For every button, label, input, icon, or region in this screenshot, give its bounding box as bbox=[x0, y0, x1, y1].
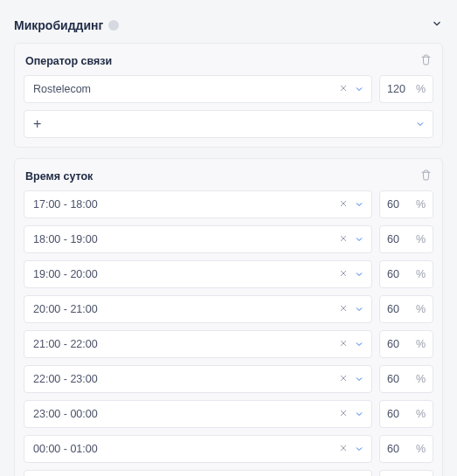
select-value: 20:00 - 21:00 bbox=[33, 303, 98, 315]
group-row: 17:00 - 18:00 60% bbox=[24, 190, 433, 218]
group-row: 18:00 - 19:00 60% bbox=[24, 225, 433, 253]
group-time: Время суток 17:00 - 18:00 60% 18:00 - 19… bbox=[14, 158, 443, 476]
plus-icon: + bbox=[33, 117, 41, 131]
group-title: Оператор связи bbox=[25, 55, 112, 67]
value-input[interactable]: 60% bbox=[379, 400, 433, 428]
add-row: + bbox=[24, 110, 433, 138]
chevron-down-icon bbox=[354, 444, 364, 454]
value-unit: % bbox=[416, 198, 426, 210]
select-dropdown[interactable]: 20:00 - 21:00 bbox=[24, 295, 372, 323]
chevron-down-icon bbox=[354, 374, 364, 384]
value-number: 60 bbox=[387, 303, 399, 315]
value-input[interactable]: 60% bbox=[379, 330, 433, 358]
value-input[interactable]: 60% bbox=[379, 365, 433, 393]
select-dropdown[interactable]: 18:00 - 19:00 bbox=[24, 225, 372, 253]
value-unit: % bbox=[416, 268, 426, 280]
section-title-wrap: Микробиддинг bbox=[14, 18, 119, 32]
chevron-down-icon bbox=[354, 304, 364, 314]
info-icon[interactable] bbox=[108, 20, 119, 31]
value-input[interactable]: 60% bbox=[379, 435, 433, 463]
group-header: Время суток bbox=[24, 168, 433, 190]
group-row: 20:00 - 21:00 60% bbox=[24, 295, 433, 323]
value-input[interactable]: 60% bbox=[379, 225, 433, 253]
value-unit: % bbox=[416, 373, 426, 385]
add-button[interactable]: + bbox=[24, 110, 433, 138]
value-number: 60 bbox=[387, 268, 399, 280]
value-number: 60 bbox=[387, 338, 399, 350]
group-title: Время суток bbox=[25, 170, 93, 183]
select-value: 17:00 - 18:00 bbox=[33, 198, 98, 210]
group-row: 19:00 - 20:00 60% bbox=[24, 260, 433, 288]
trash-icon bbox=[420, 169, 432, 181]
chevron-down-icon bbox=[354, 269, 364, 279]
group-row: 01:00 - 02:00 60% bbox=[24, 470, 433, 476]
value-number: 60 bbox=[387, 233, 399, 245]
close-icon bbox=[338, 198, 349, 209]
value-number: 60 bbox=[387, 408, 399, 420]
value-number: 60 bbox=[387, 198, 399, 210]
value-unit: % bbox=[416, 83, 426, 95]
chevron-down-icon bbox=[354, 199, 364, 210]
close-icon bbox=[338, 233, 349, 244]
select-dropdown[interactable]: 17:00 - 18:00 bbox=[24, 190, 372, 218]
close-icon bbox=[338, 408, 349, 418]
group-row: 22:00 - 23:00 60% bbox=[24, 365, 433, 393]
clear-button[interactable] bbox=[338, 303, 349, 316]
select-value: 19:00 - 20:00 bbox=[33, 268, 98, 280]
value-number: 60 bbox=[387, 373, 399, 385]
select-dropdown[interactable]: 00:00 - 01:00 bbox=[24, 435, 372, 463]
close-icon bbox=[338, 373, 349, 383]
chevron-down-icon bbox=[354, 409, 364, 419]
group-row: 00:00 - 01:00 60% bbox=[24, 435, 433, 463]
clear-button[interactable] bbox=[338, 198, 349, 211]
select-dropdown[interactable]: 21:00 - 22:00 bbox=[24, 330, 372, 358]
collapse-toggle[interactable] bbox=[431, 17, 443, 32]
value-unit: % bbox=[416, 303, 426, 315]
chevron-down-icon bbox=[431, 17, 443, 30]
select-value: 00:00 - 01:00 bbox=[33, 443, 98, 455]
select-dropdown[interactable]: 23:00 - 00:00 bbox=[24, 400, 372, 428]
value-unit: % bbox=[416, 338, 426, 350]
clear-button[interactable] bbox=[338, 373, 349, 386]
delete-group-button[interactable] bbox=[420, 169, 432, 183]
clear-button[interactable] bbox=[338, 338, 349, 351]
close-icon bbox=[338, 83, 349, 93]
value-number: 120 bbox=[387, 83, 405, 95]
value-unit: % bbox=[416, 233, 426, 245]
close-icon bbox=[338, 303, 349, 314]
chevron-down-icon bbox=[354, 339, 364, 349]
select-value: 23:00 - 00:00 bbox=[33, 408, 98, 420]
group-header: Оператор связи bbox=[24, 52, 433, 75]
delete-group-button[interactable] bbox=[420, 54, 432, 68]
value-unit: % bbox=[416, 443, 426, 455]
select-dropdown[interactable]: 19:00 - 20:00 bbox=[24, 260, 372, 288]
clear-button[interactable] bbox=[338, 83, 349, 96]
clear-button[interactable] bbox=[338, 233, 349, 246]
group-row: 21:00 - 22:00 60% bbox=[24, 330, 433, 358]
group-row: 23:00 - 00:00 60% bbox=[24, 400, 433, 428]
select-dropdown[interactable]: Rostelecom bbox=[24, 75, 372, 103]
close-icon bbox=[338, 443, 349, 453]
section-header: Микробиддинг bbox=[14, 14, 443, 43]
value-input[interactable]: 60% bbox=[379, 470, 433, 476]
value-unit: % bbox=[416, 408, 426, 420]
clear-button[interactable] bbox=[338, 408, 349, 421]
clear-button[interactable] bbox=[338, 268, 349, 281]
value-input[interactable]: 60% bbox=[379, 295, 433, 323]
group-operator: Оператор связи Rostelecom 120 % + bbox=[14, 43, 443, 148]
select-value: Rostelecom bbox=[33, 83, 91, 95]
close-icon bbox=[338, 268, 349, 279]
select-value: 18:00 - 19:00 bbox=[33, 233, 98, 245]
select-value: 22:00 - 23:00 bbox=[33, 373, 98, 385]
value-input[interactable]: 60% bbox=[379, 190, 433, 218]
section-title: Микробиддинг bbox=[14, 18, 103, 32]
chevron-down-icon bbox=[354, 234, 364, 245]
select-dropdown[interactable]: 01:00 - 02:00 bbox=[24, 470, 372, 476]
clear-button[interactable] bbox=[338, 443, 349, 456]
select-dropdown[interactable]: 22:00 - 23:00 bbox=[24, 365, 372, 393]
value-input[interactable]: 120 % bbox=[379, 75, 433, 103]
value-input[interactable]: 60% bbox=[379, 260, 433, 288]
trash-icon bbox=[420, 54, 432, 66]
chevron-down-icon bbox=[415, 119, 426, 129]
close-icon bbox=[338, 338, 349, 348]
